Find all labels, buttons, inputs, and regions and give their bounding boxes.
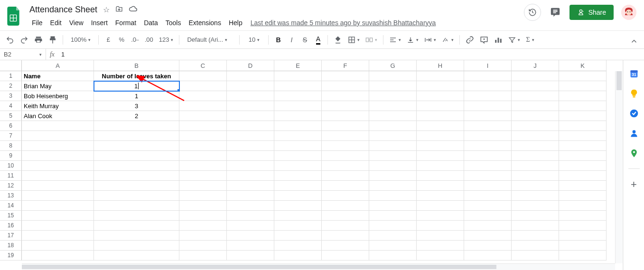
cell[interactable]	[22, 211, 94, 221]
row-header[interactable]: 15	[0, 211, 22, 221]
cell[interactable]	[94, 141, 179, 151]
cell[interactable]	[559, 251, 607, 261]
cell[interactable]	[179, 251, 227, 261]
cell[interactable]	[227, 251, 274, 261]
cell[interactable]	[369, 231, 417, 241]
cell[interactable]	[512, 231, 559, 241]
cell[interactable]	[22, 231, 94, 241]
cell[interactable]	[512, 221, 559, 231]
cell[interactable]	[22, 241, 94, 251]
cell[interactable]	[179, 131, 227, 141]
cell[interactable]	[464, 181, 512, 191]
select-all-corner[interactable]	[0, 60, 22, 71]
cell[interactable]	[559, 201, 607, 211]
addons-button[interactable]: +	[631, 179, 637, 190]
cell[interactable]	[417, 221, 464, 231]
cell[interactable]	[274, 211, 322, 221]
cell[interactable]	[512, 161, 559, 171]
cell[interactable]	[559, 91, 607, 101]
cell[interactable]	[274, 71, 322, 81]
cell[interactable]	[227, 211, 274, 221]
cell[interactable]	[274, 151, 322, 161]
cell[interactable]	[274, 121, 322, 131]
cell[interactable]	[179, 111, 227, 121]
col-header[interactable]: A	[22, 60, 94, 71]
cell[interactable]	[369, 181, 417, 191]
cell[interactable]	[322, 161, 369, 171]
row-header[interactable]: 3	[0, 91, 22, 101]
menu-help[interactable]: Help	[225, 17, 246, 28]
cell[interactable]	[417, 161, 464, 171]
cell[interactable]: 1	[94, 81, 179, 91]
cell[interactable]	[417, 91, 464, 101]
row-header[interactable]: 9	[0, 151, 22, 161]
cell[interactable]	[559, 241, 607, 251]
collapse-toolbar-button[interactable]	[628, 35, 640, 47]
cell[interactable]	[559, 81, 607, 91]
cell[interactable]: Number of leaves taken	[94, 71, 179, 81]
cell[interactable]	[22, 151, 94, 161]
cell[interactable]	[274, 161, 322, 171]
col-header[interactable]: K	[559, 60, 607, 71]
cell[interactable]	[94, 251, 179, 261]
cell[interactable]	[464, 121, 512, 131]
cell[interactable]	[417, 241, 464, 251]
menu-view[interactable]: View	[66, 17, 87, 28]
cell[interactable]	[417, 151, 464, 161]
cell[interactable]	[512, 91, 559, 101]
comment-button[interactable]	[478, 34, 490, 46]
cell[interactable]	[369, 171, 417, 181]
cell[interactable]	[512, 251, 559, 261]
cell[interactable]	[512, 131, 559, 141]
cell[interactable]	[322, 221, 369, 231]
cell[interactable]	[417, 201, 464, 211]
row-header[interactable]: 14	[0, 201, 22, 211]
cell[interactable]	[417, 181, 464, 191]
cell[interactable]	[94, 161, 179, 171]
cell[interactable]	[94, 221, 179, 231]
cell[interactable]	[274, 251, 322, 261]
formula-input[interactable]: 1	[58, 51, 644, 58]
col-header[interactable]: G	[369, 60, 417, 71]
cell[interactable]	[559, 181, 607, 191]
row-header[interactable]: 12	[0, 181, 22, 191]
cell[interactable]	[559, 101, 607, 111]
cell[interactable]	[369, 161, 417, 171]
cell[interactable]	[322, 251, 369, 261]
move-icon[interactable]	[115, 5, 123, 15]
cell[interactable]	[464, 251, 512, 261]
contacts-icon[interactable]	[629, 129, 639, 138]
percent-button[interactable]: %	[116, 34, 127, 46]
cell[interactable]	[464, 111, 512, 121]
calendar-icon[interactable]: 31	[629, 69, 639, 78]
cell[interactable]: Keith Murray	[22, 101, 94, 111]
cell[interactable]	[227, 91, 274, 101]
borders-button[interactable]	[346, 34, 362, 46]
cell[interactable]	[322, 101, 369, 111]
cell[interactable]	[512, 121, 559, 131]
cell[interactable]	[22, 191, 94, 201]
cell[interactable]	[464, 101, 512, 111]
v-align-button[interactable]	[405, 34, 420, 46]
cell[interactable]	[179, 171, 227, 181]
row-header[interactable]: 6	[0, 121, 22, 131]
zoom-select[interactable]: 100%	[67, 34, 94, 46]
row-header[interactable]: 7	[0, 131, 22, 141]
cell[interactable]	[322, 241, 369, 251]
cell[interactable]	[417, 141, 464, 151]
cell[interactable]	[322, 171, 369, 181]
cell[interactable]	[369, 191, 417, 201]
cell[interactable]	[94, 241, 179, 251]
cell[interactable]	[417, 71, 464, 81]
cell[interactable]	[227, 81, 274, 91]
account-avatar[interactable]	[621, 5, 636, 20]
bold-button[interactable]: B	[272, 34, 284, 46]
cell[interactable]	[464, 191, 512, 201]
cell[interactable]	[179, 121, 227, 131]
cell[interactable]	[322, 181, 369, 191]
row-header[interactable]: 5	[0, 111, 22, 121]
cell[interactable]	[559, 71, 607, 81]
cell[interactable]: Brian May	[22, 81, 94, 91]
cell[interactable]	[417, 101, 464, 111]
cell[interactable]	[274, 91, 322, 101]
